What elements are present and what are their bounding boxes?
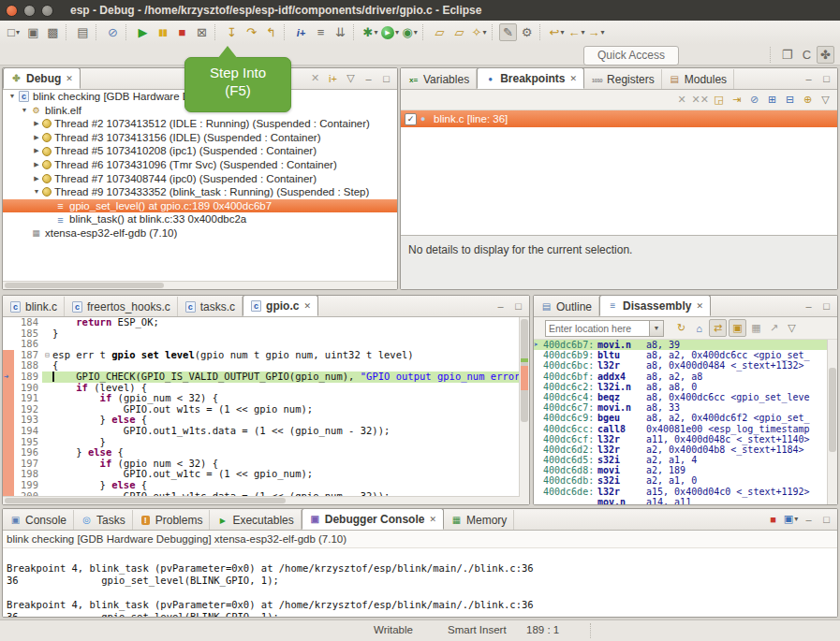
instruction-stepping-button[interactable]: i+ xyxy=(291,23,311,41)
collapse-arrow-icon[interactable]: ▼ xyxy=(31,185,42,199)
view-menu-button[interactable]: ▽ xyxy=(343,70,359,86)
minimize-button[interactable]: – xyxy=(361,70,376,86)
search-button[interactable]: ✧▾ xyxy=(469,23,489,41)
dropdown-arrow-icon[interactable]: ▾ xyxy=(374,28,377,36)
remove-all-terminated-button[interactable]: ✕ xyxy=(307,70,323,86)
c-cpp-perspective-button[interactable]: C xyxy=(797,46,817,64)
instruction-stepping-mode-button[interactable]: i+ xyxy=(325,70,341,86)
debug-tree-item[interactable]: ▶Thread #6 1073431096 (Tmr Svc) (Suspend… xyxy=(3,158,397,172)
editor-line[interactable]: 195 } xyxy=(3,437,529,448)
code-editor[interactable]: 184 return ESP_OK;185}186187⊟esp_err_t g… xyxy=(3,317,529,505)
disassembly-row[interactable]: 400dc6d2:l32ra2, 0x400d04b8 <_stext+1184… xyxy=(534,444,837,455)
tab-tasks-c[interactable]: tasks.c xyxy=(178,297,243,316)
editor-line[interactable]: 186 xyxy=(3,339,529,350)
debug-button[interactable]: ✱▾ xyxy=(361,23,380,41)
show-breakpoints-for-selected-button[interactable]: ◲ xyxy=(711,92,727,108)
disassembly-row[interactable]: ➤400dc6b7:movi.na8, 39 xyxy=(534,340,837,350)
tab-tasks[interactable]: Tasks xyxy=(74,510,133,530)
close-icon[interactable]: ✕ xyxy=(303,301,311,311)
expand-arrow-icon[interactable]: ▶ xyxy=(31,117,42,131)
skip-all-breakpoints-button[interactable]: ⊘ xyxy=(746,92,762,108)
editor-line[interactable]: 197 if (gpio_num < 32) { xyxy=(3,459,529,470)
tab-modules[interactable]: Modules xyxy=(662,69,734,89)
disassembly-row[interactable]: 400dc6cc:call80x40081e00 <esp_log_timest… xyxy=(534,424,837,434)
expand-arrow-icon[interactable]: ▶ xyxy=(31,144,42,158)
tab-problems[interactable]: Problems xyxy=(133,510,211,530)
maximize-button[interactable]: □ xyxy=(510,298,526,313)
editor-line[interactable]: 199 } else { xyxy=(3,480,529,491)
location-dropdown-icon[interactable]: ▼ xyxy=(650,320,664,337)
expand-arrow-icon[interactable]: ▶ xyxy=(31,172,42,186)
annotations-button[interactable]: ⚙ xyxy=(517,23,537,41)
disassembly-row[interactable]: 400dc6de:l32ra15, 0x400d04c0 <_stext+119… xyxy=(534,487,837,497)
disassembly-row[interactable]: 400dc6d5:s32ia2, a1, 4 xyxy=(534,455,837,465)
debug-tree-item[interactable]: ▶Thread #7 1073408744 (ipc0) (Suspended … xyxy=(3,172,397,186)
refresh-button[interactable]: ↻ xyxy=(673,320,689,336)
maximize-button[interactable]: □ xyxy=(818,298,834,313)
disassembly-row[interactable]: 400dc6c4:beqza8, 0x400dc6cc <gpio_set_le… xyxy=(534,392,837,402)
collapse-arrow-icon[interactable]: ▼ xyxy=(7,90,18,104)
close-icon[interactable]: ✕ xyxy=(66,74,73,83)
last-edit-location-button[interactable]: ↩▾ xyxy=(547,23,567,41)
maximize-button[interactable]: □ xyxy=(818,511,834,527)
debug-tree-item[interactable]: ▼Thread #9 1073433352 (blink_task : Runn… xyxy=(3,185,397,199)
breakpoint-row[interactable]: ✓●blink.c [line: 36] xyxy=(401,110,837,127)
tab-freertos-hooks-c[interactable]: freertos_hooks.c xyxy=(65,297,178,316)
editor-line[interactable]: 188{ xyxy=(3,360,529,371)
minimize-button[interactable] xyxy=(23,5,36,17)
debug-tree-item[interactable]: ▶Thread #2 1073413512 (IDLE : Running) (… xyxy=(3,117,397,131)
tab-debugger-console[interactable]: Debugger Console✕ xyxy=(302,508,444,530)
tab-executables[interactable]: Executables xyxy=(210,510,301,530)
step-return-button[interactable]: ↰ xyxy=(261,23,281,41)
view-menu-button[interactable]: ▽ xyxy=(784,320,800,336)
editor-line[interactable]: 190 if (level) { xyxy=(3,383,529,394)
drop-to-frame-button[interactable]: ⇊ xyxy=(331,23,350,41)
profile-button[interactable]: ◉▾ xyxy=(400,23,420,41)
disassembly-row[interactable]: 400dc6b9:bltua8, a2, 0x400dc6cc <gpio_se… xyxy=(534,350,837,360)
collapse-arrow-icon[interactable]: ▼ xyxy=(19,104,30,118)
step-filters-button[interactable]: ≡ xyxy=(311,23,331,41)
open-perspective-button[interactable]: ❐ xyxy=(777,46,797,64)
skip-all-breakpoints-button[interactable]: ⊘ xyxy=(103,23,123,41)
forward-button[interactable]: →▾ xyxy=(586,23,606,41)
open-resource-button[interactable]: ▱ xyxy=(449,23,469,41)
back-button[interactable]: ←▾ xyxy=(567,23,586,41)
disassembly-row[interactable]: mov.na14, a11 xyxy=(534,497,837,504)
tab-blink-c[interactable]: blink.c xyxy=(3,297,65,316)
tab-variables[interactable]: Variables xyxy=(401,69,477,89)
editor-line[interactable]: 184 return ESP_OK; xyxy=(3,317,529,328)
open-element-button[interactable]: ▱ xyxy=(430,23,449,41)
disassembly-row[interactable]: 400dc6c2:l32i.na8, a8, 0 xyxy=(534,382,837,392)
close-icon[interactable]: ✕ xyxy=(696,301,703,311)
tab-memory[interactable]: Memory xyxy=(444,510,514,530)
disassembly-row[interactable]: 400dc6db:s32ia2, a1, 0 xyxy=(534,475,837,486)
close-icon[interactable]: ✕ xyxy=(570,74,578,83)
view-menu-button[interactable]: ▽ xyxy=(818,92,833,108)
debug-tree-item[interactable]: ▶Thread #3 1073413156 (IDLE) (Suspended … xyxy=(3,131,397,145)
close-button[interactable] xyxy=(6,5,18,17)
step-into-button[interactable]: ↧ xyxy=(222,23,242,41)
dropdown-arrow-icon[interactable]: ▾ xyxy=(560,28,564,36)
debug-tree-item[interactable]: blink_task() at blink.c:33 0x400dbc2a xyxy=(3,212,397,226)
disassembly-row[interactable]: 400dc6d8:movia2, 189 xyxy=(534,465,837,475)
breakpoint-checkbox[interactable]: ✓ xyxy=(405,113,417,125)
run-button[interactable]: ▶▾ xyxy=(380,23,400,41)
maximize-button[interactable]: □ xyxy=(378,70,394,86)
save-button[interactable]: ▣ xyxy=(23,23,43,41)
tab-debug[interactable]: Debug✕ xyxy=(3,67,81,89)
maximize-button[interactable] xyxy=(41,5,53,17)
debug-tree-hscrollbar[interactable] xyxy=(3,281,397,289)
console-output[interactable]: Breakpoint 4, blink_task (pvParameter=0x… xyxy=(3,548,837,618)
minimize-button[interactable]: – xyxy=(493,298,508,313)
disassembly-row[interactable]: 400dc6bf:addx4a8, a2, a8 xyxy=(534,371,837,382)
tab-breakpoints[interactable]: Breakpoints✕ xyxy=(477,67,584,89)
mark-occurrences-button[interactable]: ✎ xyxy=(499,23,517,41)
tab-console[interactable]: Console xyxy=(3,510,74,530)
editor-line[interactable]: 187⊟esp_err_t gpio_set_level(gpio_num_t … xyxy=(3,350,529,361)
editor-vscrollbar[interactable] xyxy=(519,317,529,505)
quick-access-button[interactable]: Quick Access xyxy=(583,46,679,66)
go-to-file-for-breakpoint-button[interactable]: ⇥ xyxy=(729,92,744,108)
open-new-view-button[interactable]: ▦ xyxy=(748,320,764,336)
sync-with-selection-button[interactable]: ▣ xyxy=(729,319,746,337)
terminate-button[interactable]: ■ xyxy=(172,23,192,41)
